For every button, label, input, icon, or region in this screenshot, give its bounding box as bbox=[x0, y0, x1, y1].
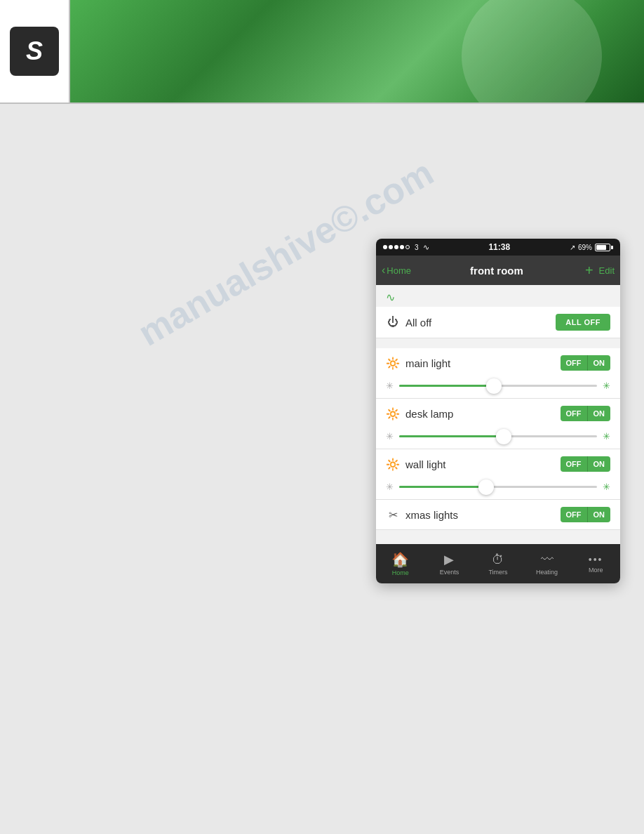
xmas-lights-icon: ✂ bbox=[386, 508, 400, 522]
xmas-lights-buttons: OFF ON bbox=[561, 507, 611, 522]
xmas-lights-row: ✂ xmas lights OFF ON bbox=[376, 500, 620, 530]
status-right: ↗ 69% bbox=[570, 244, 613, 251]
back-label: Home bbox=[387, 265, 411, 276]
tab-events[interactable]: ▶ Events bbox=[425, 544, 474, 583]
main-light-off-button[interactable]: OFF bbox=[561, 355, 588, 371]
wall-light-off-button[interactable]: OFF bbox=[561, 456, 588, 472]
xmas-lights-main: ✂ xmas lights OFF ON bbox=[376, 500, 620, 529]
main-light-slider[interactable] bbox=[399, 385, 597, 387]
main-light-on-button[interactable]: ON bbox=[588, 355, 611, 371]
main-light-row: 🔆 main light OFF ON ✳ ✳ bbox=[376, 348, 620, 399]
heating-tab-icon: 〰 bbox=[541, 552, 554, 567]
back-button[interactable]: ‹ Home bbox=[382, 265, 411, 276]
wall-light-slider-fill bbox=[399, 486, 486, 488]
tab-timers[interactable]: ⏱ Timers bbox=[474, 544, 523, 583]
home-tab-icon: 🏠 bbox=[391, 551, 409, 568]
desk-lamp-icon: 🔆 bbox=[386, 407, 400, 421]
section-gap-1 bbox=[376, 338, 620, 348]
logo-area: S bbox=[0, 0, 70, 102]
all-off-label: All off bbox=[405, 317, 550, 329]
desk-lamp-buttons: OFF ON bbox=[561, 406, 611, 421]
desk-lamp-bright-icon: ✳ bbox=[603, 431, 610, 442]
wall-light-slider-row: ✳ ✳ bbox=[376, 479, 620, 499]
add-button[interactable]: + bbox=[582, 263, 596, 279]
wall-light-bright-icon: ✳ bbox=[603, 482, 610, 492]
tab-bar: 🏠 Home ▶ Events ⏱ Timers 〰 Heating ••• M… bbox=[376, 544, 620, 583]
status-left: 3 ∿ bbox=[383, 243, 429, 252]
events-tab-icon: ▶ bbox=[444, 552, 454, 567]
events-tab-label: Events bbox=[440, 569, 459, 576]
desk-lamp-main: 🔆 desk lamp OFF ON bbox=[376, 399, 620, 428]
desk-lamp-on-button[interactable]: ON bbox=[588, 406, 611, 421]
desk-lamp-label: desk lamp bbox=[405, 408, 555, 420]
status-bar: 3 ∿ 11:38 ↗ 69% bbox=[376, 239, 620, 256]
all-off-button[interactable]: ALL OFF bbox=[556, 314, 610, 331]
main-light-slider-row: ✳ ✳ bbox=[376, 378, 620, 398]
nav-bar: ‹ Home front room + Edit bbox=[376, 256, 620, 285]
wall-light-icon: 🔆 bbox=[386, 458, 400, 471]
xmas-lights-off-button[interactable]: OFF bbox=[561, 507, 588, 522]
content-area: ∿ ⏻ All off ALL OFF 🔆 main light OFF ON bbox=[376, 285, 620, 544]
banner-green bbox=[70, 0, 644, 102]
wall-light-label: wall light bbox=[405, 458, 555, 470]
all-off-row: ⏻ All off ALL OFF bbox=[376, 307, 620, 338]
logo-letter: S bbox=[26, 37, 43, 66]
wall-light-main: 🔆 wall light OFF ON bbox=[376, 449, 620, 479]
main-light-bright-icon: ✳ bbox=[603, 380, 610, 391]
xmas-lights-on-button[interactable]: ON bbox=[588, 507, 611, 522]
main-light-slider-fill bbox=[399, 385, 494, 387]
edit-button[interactable]: Edit bbox=[599, 265, 615, 276]
phone-container: 3 ∿ 11:38 ↗ 69% ‹ Home front room + Edit bbox=[376, 239, 620, 583]
xmas-lights-label: xmas lights bbox=[405, 509, 555, 521]
desk-lamp-dim-icon: ✳ bbox=[386, 431, 394, 442]
logo-box: S bbox=[10, 27, 59, 76]
wall-light-buttons: OFF ON bbox=[561, 456, 611, 472]
home-tab-label: Home bbox=[392, 569, 409, 576]
wall-light-dim-icon: ✳ bbox=[386, 482, 394, 492]
main-light-slider-thumb[interactable] bbox=[486, 378, 502, 394]
desk-lamp-slider-row: ✳ ✳ bbox=[376, 428, 620, 449]
desk-lamp-slider-thumb[interactable] bbox=[496, 429, 511, 444]
tab-home[interactable]: 🏠 Home bbox=[376, 544, 425, 583]
status-time: 11:38 bbox=[488, 242, 510, 252]
desk-lamp-slider-fill bbox=[399, 435, 504, 437]
wifi-status-icon: ∿ bbox=[423, 243, 429, 252]
section-gap-2 bbox=[376, 530, 620, 544]
signal-dot-1 bbox=[383, 245, 387, 249]
top-banner: S bbox=[0, 0, 644, 104]
more-tab-label: More bbox=[589, 567, 603, 574]
back-chevron-icon: ‹ bbox=[382, 265, 385, 276]
more-tab-icon: ••• bbox=[589, 554, 603, 565]
battery-fill bbox=[596, 245, 606, 250]
wifi-connected-icon: ∿ bbox=[386, 291, 395, 303]
signal-dot-5 bbox=[405, 245, 410, 249]
main-light-buttons: OFF ON bbox=[561, 355, 611, 371]
battery-tip bbox=[611, 246, 613, 249]
signal-dot-2 bbox=[389, 245, 393, 249]
main-light-label: main light bbox=[405, 357, 555, 369]
timers-tab-icon: ⏱ bbox=[492, 552, 504, 567]
power-icon: ⏻ bbox=[386, 316, 400, 329]
desk-lamp-slider[interactable] bbox=[399, 435, 597, 437]
all-off-main: ⏻ All off ALL OFF bbox=[376, 307, 620, 338]
signal-dot-3 bbox=[394, 245, 398, 249]
wall-light-slider[interactable] bbox=[399, 486, 597, 488]
heating-tab-label: Heating bbox=[536, 569, 558, 576]
nav-title: front room bbox=[414, 265, 579, 277]
main-light-dim-icon: ✳ bbox=[386, 380, 394, 391]
timers-tab-label: Timers bbox=[488, 569, 507, 576]
wall-light-row: 🔆 wall light OFF ON ✳ ✳ bbox=[376, 449, 620, 500]
tab-more[interactable]: ••• More bbox=[571, 544, 620, 583]
battery-body bbox=[595, 244, 610, 251]
signal-arrow-icon: ↗ bbox=[570, 244, 575, 251]
signal-dots bbox=[383, 245, 410, 249]
main-light-icon: 🔆 bbox=[386, 357, 400, 370]
wall-light-slider-thumb[interactable] bbox=[478, 479, 494, 495]
main-light-main: 🔆 main light OFF ON bbox=[376, 348, 620, 378]
wifi-row: ∿ bbox=[376, 285, 620, 307]
tab-heating[interactable]: 〰 Heating bbox=[523, 544, 572, 583]
signal-dot-4 bbox=[400, 245, 404, 249]
desk-lamp-off-button[interactable]: OFF bbox=[561, 406, 588, 421]
carrier-label: 3 bbox=[415, 244, 419, 251]
wall-light-on-button[interactable]: ON bbox=[588, 456, 611, 472]
